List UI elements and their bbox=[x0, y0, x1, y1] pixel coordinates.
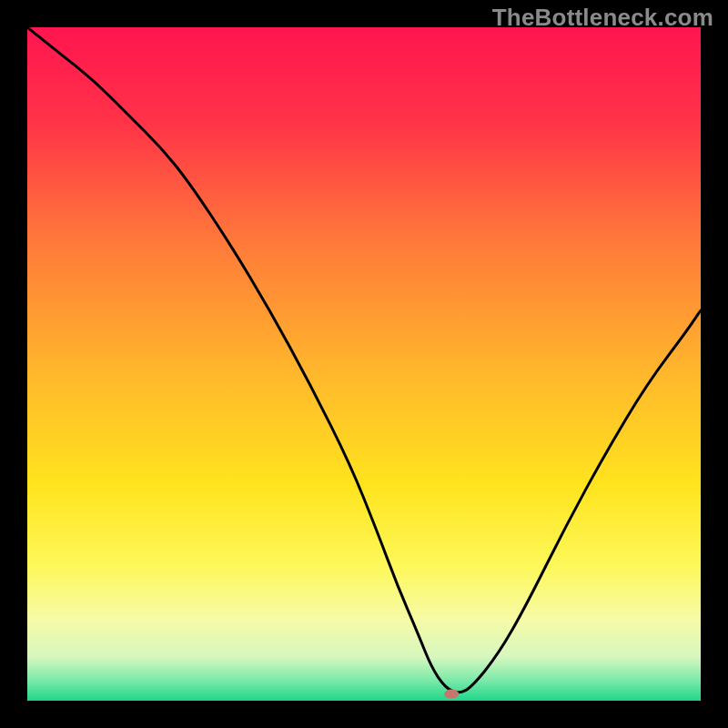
chart-background bbox=[27, 27, 701, 701]
optimum-marker bbox=[444, 690, 459, 699]
bottleneck-chart bbox=[27, 27, 701, 701]
chart-frame: TheBottleneck.com bbox=[0, 0, 728, 728]
